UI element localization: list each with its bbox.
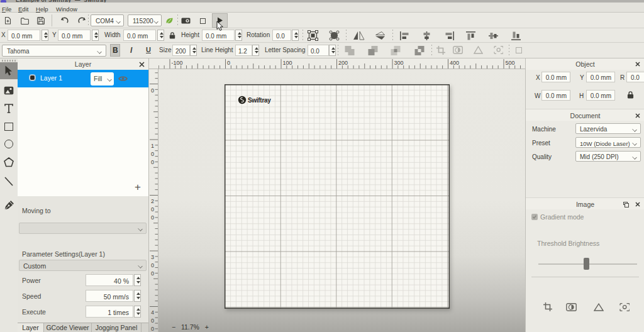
svg-text:0: 0: [151, 87, 154, 94]
svg-text:0: 0: [151, 206, 154, 213]
svg-text:0: 0: [151, 151, 154, 157]
svg-text:200: 200: [338, 60, 348, 66]
svg-text:3: 3: [151, 254, 154, 260]
svg-text:0: 0: [151, 262, 154, 268]
svg-text:-100: -100: [172, 60, 183, 66]
svg-text:0: 0: [151, 214, 154, 221]
svg-text:4: 4: [151, 309, 154, 316]
svg-text:300: 300: [394, 60, 404, 66]
svg-text:500: 500: [506, 60, 515, 66]
svg-text:0: 0: [151, 318, 154, 324]
svg-text:0: 0: [227, 60, 230, 66]
svg-text:Swiftray: Swiftray: [248, 97, 271, 104]
svg-text:2: 2: [151, 198, 154, 204]
svg-text:0: 0: [151, 270, 154, 277]
svg-text:1: 1: [151, 143, 154, 149]
svg-text:400: 400: [450, 60, 459, 66]
svg-text:0: 0: [151, 159, 154, 165]
svg-text:100: 100: [283, 60, 292, 66]
svg-text:0: 0: [151, 326, 154, 332]
